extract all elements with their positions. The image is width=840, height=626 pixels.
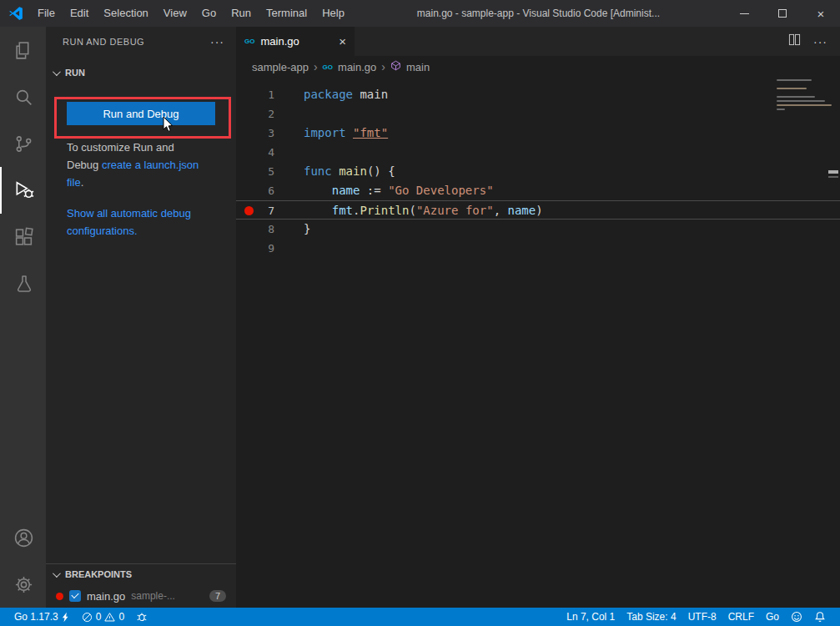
language-status[interactable]: Go [760, 608, 785, 626]
breadcrumb-separator-icon: › [314, 60, 318, 73]
code-line-text[interactable]: func main() { [304, 162, 395, 181]
line-number[interactable]: 3 [236, 124, 286, 143]
code-line[interactable]: 9 [236, 239, 840, 258]
symbol-package-icon [390, 60, 401, 73]
chevron-down-icon [53, 569, 61, 578]
code-line[interactable]: 7 fmt.Println("Azure for", name) [236, 200, 840, 220]
panel-header: RUN AND DEBUG ··· [46, 27, 236, 57]
code-line-text[interactable]: name := "Go Developers" [304, 181, 494, 200]
line-number[interactable]: 1 [236, 85, 286, 104]
title-bar: File Edit Selection View Go Run Terminal… [0, 0, 840, 27]
code-line-text[interactable]: import "fmt" [304, 124, 388, 143]
code-line[interactable]: 4 [236, 143, 840, 162]
search-icon[interactable] [0, 73, 46, 120]
line-number[interactable]: 7 [236, 201, 286, 219]
settings-gear-icon[interactable] [0, 561, 46, 608]
code-line[interactable]: 2 [236, 104, 840, 124]
breakpoints-title: BREAKPOINTS [65, 569, 132, 579]
line-number[interactable]: 9 [236, 239, 286, 258]
testing-icon[interactable] [0, 260, 46, 307]
maximize-icon [778, 9, 787, 18]
extensions-icon[interactable] [0, 214, 46, 260]
breadcrumb-main[interactable]: main [406, 61, 430, 73]
run-and-debug-button[interactable]: Run and Debug [67, 102, 215, 125]
code-line-text[interactable]: fmt.Println("Azure for", name) [304, 201, 543, 219]
menu-view[interactable]: View [156, 0, 194, 27]
breadcrumb-separator-icon: › [381, 60, 385, 73]
source-control-icon[interactable] [0, 120, 46, 167]
eol-status[interactable]: CRLF [722, 608, 760, 626]
menu-terminal[interactable]: Terminal [259, 0, 314, 27]
problems-status[interactable]: 0 0 [76, 608, 130, 626]
menu-selection[interactable]: Selection [96, 0, 155, 27]
code-line[interactable]: 5func main() { [236, 162, 840, 181]
menu-edit[interactable]: Edit [63, 0, 96, 27]
warning-icon [104, 612, 115, 623]
line-number[interactable]: 2 [236, 104, 286, 124]
encoding-status[interactable]: UTF-8 [682, 608, 722, 626]
menu-file[interactable]: File [30, 0, 63, 27]
tab-close-icon[interactable]: × [339, 34, 346, 48]
code-line[interactable]: 6 name := "Go Developers" [236, 181, 840, 200]
lightning-icon [62, 612, 70, 623]
menu-run[interactable]: Run [224, 0, 259, 27]
overview-ruler-mark [828, 176, 838, 178]
chevron-down-icon [53, 68, 61, 76]
vscode-logo-icon [8, 6, 23, 21]
error-count: 0 [96, 611, 102, 623]
activity-bar-spacer [0, 307, 46, 514]
notifications-bell-icon[interactable] [808, 608, 832, 626]
tab-strip: GO main.go × ··· [236, 27, 840, 56]
code-line[interactable]: 3import "fmt" [236, 124, 840, 143]
tab-size-status[interactable]: Tab Size: 4 [621, 608, 682, 626]
editor-more-actions-icon[interactable]: ··· [813, 35, 827, 48]
overview-ruler-mark [828, 170, 838, 174]
window-controls: × [725, 0, 840, 27]
editor-group: GO main.go × ··· sample-app › GO main.go… [236, 27, 840, 608]
breakpoint-checkbox[interactable] [69, 590, 81, 602]
code-line-text[interactable]: package main [304, 85, 388, 104]
more-actions-icon[interactable]: ··· [210, 35, 224, 48]
run-and-debug-icon[interactable] [0, 167, 46, 214]
line-number[interactable]: 5 [236, 162, 286, 181]
line-number[interactable]: 8 [236, 220, 286, 239]
warning-count: 0 [118, 611, 124, 623]
account-icon[interactable] [0, 514, 46, 561]
breakpoint-path: sample-... [131, 590, 175, 602]
breakpoints-header[interactable]: BREAKPOINTS [46, 564, 236, 584]
minimap-line [777, 104, 832, 106]
feedback-icon[interactable] [785, 608, 808, 626]
menu-go[interactable]: Go [194, 0, 224, 27]
minimap[interactable] [777, 79, 833, 110]
debug-status-icon[interactable] [130, 608, 153, 626]
split-editor-icon[interactable] [788, 33, 801, 49]
go-file-icon: GO [244, 38, 254, 45]
close-button[interactable]: × [802, 0, 840, 27]
minimap-line [777, 96, 815, 98]
tab-main-go[interactable]: GO main.go × [236, 27, 355, 56]
activity-bar [0, 27, 46, 608]
breadcrumb-main-go[interactable]: main.go [338, 61, 376, 73]
breadcrumb-sample-app[interactable]: sample-app [252, 61, 309, 73]
minimize-button[interactable] [725, 0, 763, 27]
minimap-line [777, 79, 812, 81]
maximize-button[interactable] [763, 0, 802, 27]
breakpoint-dot-icon[interactable] [244, 206, 254, 215]
line-number[interactable]: 4 [236, 143, 286, 162]
code-line[interactable]: 8} [236, 220, 840, 239]
line-number[interactable]: 6 [236, 181, 286, 200]
code-line-text[interactable]: } [304, 220, 310, 239]
cursor-position-status[interactable]: Ln 7, Col 1 [561, 608, 621, 626]
show-configurations-link[interactable]: Show all automatic debug configurations. [67, 207, 191, 237]
breakpoint-item[interactable]: main.go sample-... 7 [46, 584, 236, 608]
menu-help[interactable]: Help [314, 0, 352, 27]
explorer-icon[interactable] [0, 27, 46, 73]
code-line[interactable]: 1package main [236, 85, 840, 104]
run-section-header[interactable]: RUN [46, 63, 236, 82]
window-title: main.go - sample-app - Visual Studio Cod… [352, 8, 725, 19]
customize-hint: To customize Run and Debug create a laun… [67, 139, 200, 191]
minimap-line [777, 100, 825, 102]
menu-bar: File Edit Selection View Go Run Terminal… [30, 0, 352, 27]
go-version-status[interactable]: Go 1.17.3 [8, 608, 76, 626]
code-area[interactable]: 1package main23import "fmt"45func main()… [236, 78, 840, 258]
